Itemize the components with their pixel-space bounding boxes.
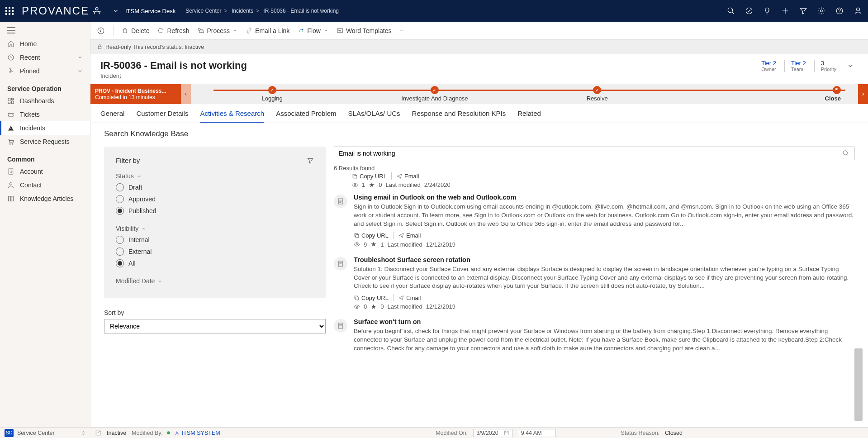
readonly-notice: Read-only This record's status: Inactive	[90, 40, 868, 54]
back-icon[interactable]	[97, 27, 105, 35]
breadcrumb-item[interactable]: Service Center	[185, 8, 221, 14]
tab-related[interactable]: Related	[517, 110, 541, 123]
refresh-button[interactable]: Refresh	[157, 27, 189, 34]
nav-knowledge[interactable]: Knowledge Articles	[0, 192, 90, 205]
stage-logging[interactable]: ✓Logging	[191, 84, 353, 104]
popout-icon[interactable]	[95, 430, 101, 436]
filter-icon[interactable]	[799, 7, 807, 15]
tab-customer-details[interactable]: Customer Details	[136, 110, 188, 123]
process-button[interactable]: Process	[198, 27, 238, 34]
nav-contact[interactable]: Contact	[0, 178, 90, 192]
filter-visibility-label[interactable]: Visibility	[116, 225, 314, 232]
result-meta: 0 0 Last modified12/12/2019	[354, 303, 854, 310]
help-icon[interactable]	[835, 7, 844, 15]
stage-close[interactable]: Close	[678, 84, 868, 104]
email-button[interactable]: Email	[398, 295, 421, 301]
tab-associated-problem[interactable]: Associated Problem	[276, 110, 336, 123]
nav-account[interactable]: Account	[0, 165, 90, 178]
app-launcher-icon[interactable]	[5, 7, 14, 15]
nav-tickets[interactable]: Tickets	[0, 108, 90, 121]
kb-result[interactable]: Using email in Outlook on the web and Ou…	[334, 194, 854, 253]
result-meta: 9 1 Last modified12/12/2019	[354, 241, 854, 248]
delete-button[interactable]: Delete	[122, 27, 149, 34]
kb-result[interactable]: Surface won't turn on Before you beginFi…	[334, 318, 854, 353]
status-approved[interactable]: Approved	[116, 195, 314, 203]
process-name[interactable]: PROV - Incident Business... Completed in…	[90, 84, 181, 104]
nav-pinned[interactable]: Pinned	[0, 64, 90, 78]
email-button[interactable]: Email	[396, 173, 419, 180]
nav-service-requests[interactable]: Service Requests	[0, 135, 90, 148]
svg-point-1	[728, 8, 733, 13]
hamburger-icon[interactable]	[0, 25, 90, 37]
top-actions	[727, 6, 863, 15]
bulb-icon[interactable]	[763, 7, 771, 15]
book-icon	[7, 195, 14, 202]
copy-url-button[interactable]: Copy URL	[352, 173, 387, 180]
plus-icon[interactable]	[781, 7, 789, 15]
svg-rect-17	[202, 31, 204, 33]
kb-search-input[interactable]	[339, 150, 842, 157]
tab-activities-research[interactable]: Activities & Research	[200, 110, 264, 123]
kb-search-box[interactable]	[334, 147, 854, 160]
breadcrumb-item[interactable]: Incidents	[232, 8, 253, 14]
nav-dashboards[interactable]: Dashboards	[0, 94, 90, 108]
svg-rect-20	[98, 47, 101, 49]
search-icon[interactable]	[727, 7, 735, 15]
status-published[interactable]: Published	[116, 207, 314, 215]
send-icon	[398, 233, 404, 238]
svg-point-29	[356, 306, 358, 308]
area-switcher[interactable]: SC Service Center	[0, 429, 90, 437]
filter-modified-label[interactable]: Modified Date	[116, 277, 314, 285]
svg-point-31	[167, 431, 170, 434]
status-bar: SC Service Center Inactive Modified By: …	[0, 427, 868, 438]
svg-rect-8	[11, 98, 14, 100]
flow-prev-button[interactable]	[181, 84, 191, 104]
svg-point-11	[9, 143, 10, 144]
meta-priority[interactable]: 3Priority	[814, 60, 836, 72]
kb-result[interactable]: Troubleshoot Surface screen rotation Sol…	[334, 256, 854, 316]
search-icon[interactable]	[842, 150, 849, 157]
scrollbar[interactable]	[859, 240, 863, 427]
user-icon[interactable]	[854, 6, 863, 15]
sort-select[interactable]: Relevance	[104, 319, 326, 333]
visibility-all[interactable]: All	[116, 259, 314, 267]
status-draft[interactable]: Draft	[116, 183, 314, 191]
filter-icon[interactable]	[307, 157, 314, 164]
filter-status-label[interactable]: Status	[116, 172, 314, 180]
visibility-external[interactable]: External	[116, 248, 314, 256]
copy-url-button[interactable]: Copy URL	[354, 232, 389, 239]
nav-incidents[interactable]: Incidents	[0, 121, 90, 135]
scroll-thumb[interactable]	[854, 348, 863, 421]
person-icon	[7, 181, 14, 189]
tab-slas[interactable]: SLAs/OLAs/ UCs	[348, 110, 400, 123]
modified-by-link[interactable]: ITSM SYSTEM	[174, 430, 220, 436]
gear-icon[interactable]	[817, 7, 825, 15]
nav-recent[interactable]: Recent	[0, 51, 90, 64]
record-header: IR-50036 - Email is not working Incident…	[90, 54, 868, 84]
chevron-down-icon[interactable]	[113, 8, 119, 14]
tab-response-kpis[interactable]: Response and Resolution KPIs	[412, 110, 506, 123]
modified-on-time[interactable]: 9:44 AM	[518, 429, 556, 437]
tab-general[interactable]: General	[100, 110, 124, 123]
visibility-internal[interactable]: Internal	[116, 236, 314, 244]
word-templates-button[interactable]: Word Templates	[337, 27, 404, 34]
email-button[interactable]: Email	[398, 232, 421, 239]
desk-label[interactable]: ITSM Service Desk	[125, 8, 175, 14]
nav-home[interactable]: Home	[0, 37, 90, 51]
flow-button[interactable]: Flow	[298, 27, 328, 34]
email-link-button[interactable]: Email a Link	[246, 27, 289, 34]
stage-investigate[interactable]: ✓Investigate And Diagnose	[353, 84, 516, 104]
breadcrumb-item[interactable]: IR-50036 - Email is not working	[263, 8, 339, 14]
record-state: Inactive	[107, 430, 126, 436]
meta-owner[interactable]: Tier 2Owner	[761, 60, 776, 72]
target-icon[interactable]	[745, 7, 753, 15]
stage-resolve[interactable]: ✓Resolve	[516, 84, 678, 104]
meta-team[interactable]: Tier 2Team	[784, 60, 806, 72]
modified-on-date[interactable]: 3/9/2020	[473, 429, 512, 437]
chevron-up-icon	[141, 226, 146, 231]
chevron-down-icon[interactable]	[847, 63, 854, 69]
chevron-down-icon	[323, 28, 328, 33]
svg-rect-25	[356, 235, 359, 238]
sort-label: Sort by	[104, 309, 326, 316]
copy-url-button[interactable]: Copy URL	[354, 295, 389, 301]
